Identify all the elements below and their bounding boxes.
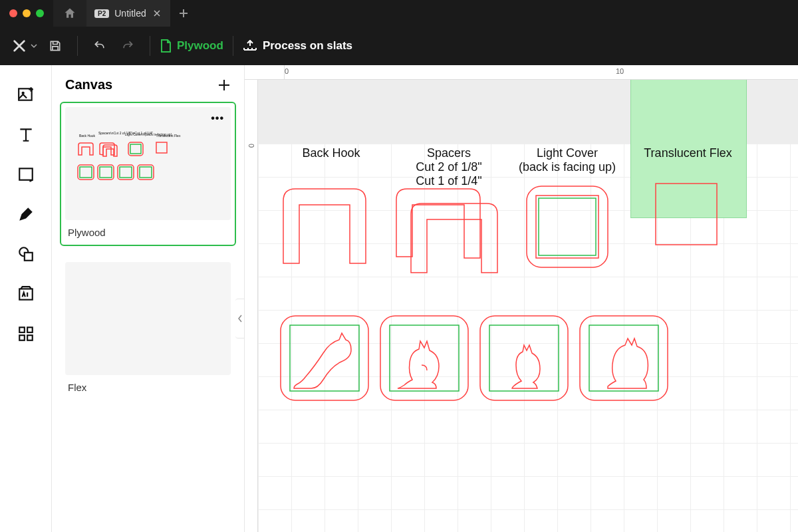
design-label-light-cover: Light Cover (back is facing up) <box>511 146 624 174</box>
separator <box>233 36 233 56</box>
canvas-area[interactable]: Back Hook Spacers Cut 2 of 1/8" Cut 1 of… <box>258 80 798 532</box>
pen-tool-button[interactable] <box>15 203 37 225</box>
rectangle-tool-button[interactable] <box>15 164 37 185</box>
home-button[interactable] <box>53 0 86 27</box>
sheet-icon <box>160 39 172 53</box>
panel-title: Canvas <box>65 77 112 92</box>
tab-badge: P2 <box>94 9 109 18</box>
svg-rect-24 <box>656 184 717 245</box>
canvas-card-menu-icon[interactable]: ••• <box>211 112 224 124</box>
undo-button[interactable] <box>87 33 112 59</box>
material-sheet[interactable]: Back Hook Spacers Cut 2 of 1/8" Cut 1 of… <box>258 144 798 532</box>
save-button[interactable] <box>43 33 68 59</box>
svg-rect-16 <box>100 167 112 178</box>
window-buttons <box>0 9 53 17</box>
design-translucent-flex[interactable] <box>654 182 718 246</box>
svg-rect-29 <box>480 316 568 400</box>
separator <box>77 36 78 56</box>
design-back-hook[interactable] <box>278 184 371 263</box>
image-tool-button[interactable] <box>15 84 37 105</box>
material-label: Plywood <box>177 39 223 53</box>
svg-rect-12 <box>156 142 167 153</box>
tool-rail <box>0 65 52 532</box>
process-dropdown[interactable]: Process on slats <box>243 39 352 53</box>
svg-rect-32 <box>589 325 658 391</box>
redo-button[interactable] <box>115 33 140 59</box>
workspace[interactable]: 0 10 0 Back Hook Spacers Cut 2 of 1/8" C… <box>245 65 798 532</box>
design-label-spacers: Spacers Cut 2 of 1/8" Cut 1 of 1/4" <box>399 146 499 188</box>
slats-icon <box>243 40 257 52</box>
window-maximize-button[interactable] <box>36 9 44 17</box>
svg-rect-11 <box>130 144 141 154</box>
svg-rect-27 <box>380 316 468 400</box>
design-cat-frame-2[interactable] <box>378 313 471 403</box>
svg-rect-22 <box>536 196 598 258</box>
svg-rect-8 <box>19 335 25 340</box>
ai-tool-button[interactable] <box>15 283 37 305</box>
svg-rect-31 <box>580 316 668 400</box>
svg-rect-18 <box>120 167 132 178</box>
canvas-panel: Canvas ••• Back Hook Spacers\nCut 2 of 1… <box>52 65 245 532</box>
canvas-card-plywood[interactable]: ••• Back Hook Spacers\nCut 2 of 1/8"\nCu… <box>60 102 236 246</box>
design-cat-frame-1[interactable] <box>278 313 371 403</box>
svg-rect-23 <box>539 198 596 255</box>
svg-rect-30 <box>489 325 559 391</box>
shape-tool-button[interactable] <box>15 243 37 265</box>
chevron-down-icon <box>31 43 37 49</box>
add-tab-button[interactable] <box>170 8 197 19</box>
design-cat-frame-3[interactable] <box>477 313 571 403</box>
tab-close-icon[interactable] <box>152 9 162 17</box>
titlebar: P2 Untitled <box>0 0 798 27</box>
canvas-card-flex[interactable]: Flex <box>60 257 236 401</box>
apps-tool-button[interactable] <box>15 323 37 344</box>
process-label: Process on slats <box>263 39 352 53</box>
chevron-left-icon <box>237 315 243 323</box>
canvas-thumbnail: ••• Back Hook Spacers\nCut 2 of 1/8"\nCu… <box>65 107 231 220</box>
design-spacers[interactable] <box>391 184 504 277</box>
svg-rect-4 <box>24 253 32 261</box>
window-minimize-button[interactable] <box>23 9 31 17</box>
toolbar: Plywood Process on slats <box>0 27 798 65</box>
text-tool-button[interactable] <box>15 124 37 145</box>
svg-rect-0 <box>19 88 31 100</box>
svg-rect-6 <box>19 327 25 332</box>
ruler-horizontal: 0 10 <box>285 65 798 80</box>
window-close-button[interactable] <box>9 9 17 17</box>
svg-rect-7 <box>27 327 33 332</box>
svg-rect-26 <box>290 325 359 391</box>
tab-title: Untitled <box>114 8 146 19</box>
canvas-card-label: Plywood <box>65 227 231 238</box>
collapse-panel-button[interactable] <box>235 299 245 338</box>
tab-untitled[interactable]: P2 Untitled <box>86 0 170 27</box>
ruler-tick: 10 <box>616 67 624 75</box>
svg-rect-2 <box>19 168 33 180</box>
design-label-back-hook: Back Hook <box>285 146 378 160</box>
design-cat-frame-4[interactable] <box>577 313 670 403</box>
ruler-tick: 0 <box>285 67 289 75</box>
separator <box>150 36 150 56</box>
svg-rect-5 <box>19 289 33 299</box>
ruler-corner <box>245 65 285 80</box>
svg-rect-9 <box>27 335 33 340</box>
canvas-thumbnail <box>65 262 231 375</box>
logo-menu-button[interactable] <box>9 33 40 59</box>
svg-rect-28 <box>390 325 459 391</box>
material-dropdown[interactable]: Plywood <box>160 39 223 53</box>
canvas-card-label: Flex <box>65 382 231 393</box>
add-canvas-button[interactable] <box>217 78 231 92</box>
svg-rect-14 <box>80 167 92 178</box>
svg-rect-20 <box>140 167 152 178</box>
design-label-translucent-flex: Translucent Flex <box>630 146 746 160</box>
ruler-vertical: 0 <box>245 80 258 532</box>
ruler-tick: 0 <box>247 144 255 148</box>
design-light-cover[interactable] <box>524 184 610 270</box>
